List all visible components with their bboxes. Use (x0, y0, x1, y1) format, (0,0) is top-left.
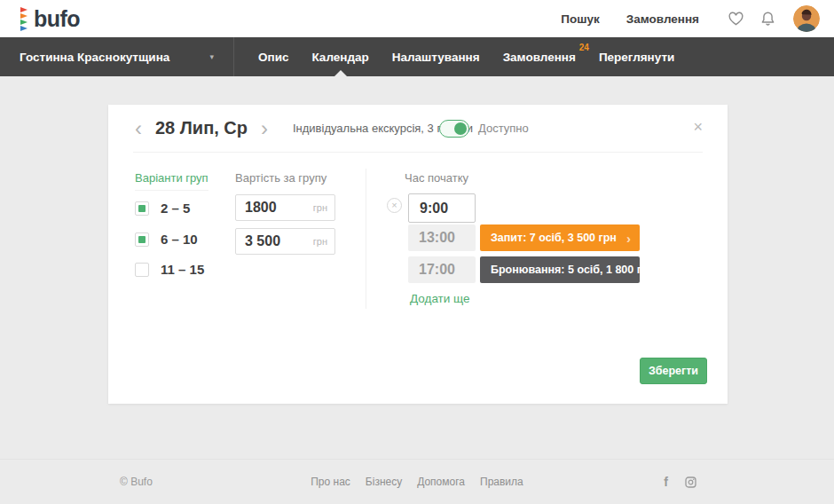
footer: © Bufo Про нас Бізнесу Допомога Правила … (0, 459, 834, 504)
search-link[interactable]: Пошук (561, 12, 599, 26)
prev-day-button[interactable]: ‹ (133, 118, 144, 139)
group-option-label: 2 – 5 (161, 201, 190, 216)
tab-preview[interactable]: Переглянути (587, 37, 686, 76)
tab-label: Замовлення (503, 51, 576, 64)
day-editor-card: ‹ 28 Лип, Ср › Індивідуальна екскурсія, … (108, 105, 728, 404)
orders-link[interactable]: Замовлення (626, 12, 699, 26)
date-title: 28 Лип, Ср (155, 118, 248, 138)
times-column-header: Час початку (405, 171, 468, 185)
start-time-input[interactable] (408, 193, 476, 223)
facebook-icon[interactable]: f (664, 475, 668, 489)
availability-group: Доступно (439, 105, 529, 152)
group-option-11-15[interactable]: 11 – 15 (135, 262, 204, 277)
tab-calendar[interactable]: Календар (300, 37, 380, 76)
footer-link-help[interactable]: Допомога (417, 476, 465, 488)
tab-description[interactable]: Опис (247, 37, 300, 76)
tab-label: Опис (258, 51, 288, 64)
price-input-2[interactable] (235, 228, 335, 255)
group-option-2-5[interactable]: 2 – 5 (135, 201, 190, 216)
booking-badge[interactable]: Бронювання: 5 осіб, 1 800 грн › (480, 256, 640, 283)
checkbox-icon[interactable] (135, 263, 149, 277)
bufo-logo[interactable]: bufo (20, 6, 80, 31)
price-field-2: грн (235, 228, 335, 255)
social-icons: f (664, 475, 696, 489)
tab-orders[interactable]: Замовлення 24 (492, 37, 587, 76)
tab-label: Календар (311, 51, 368, 64)
group-option-label: 6 – 10 (161, 232, 198, 247)
listing-navbar: Гостинна Краснокутщина ▾ Опис Календар Н… (0, 37, 834, 76)
card-header: ‹ 28 Лип, Ср › Індивідуальна екскурсія, … (133, 105, 703, 153)
listing-title: Гостинна Краснокутщина (20, 51, 169, 64)
groups-column-header: Варіанти груп (135, 171, 208, 191)
favorites-heart-icon[interactable] (726, 9, 745, 28)
group-option-label: 11 – 15 (161, 262, 204, 277)
save-button[interactable]: Зберегти (640, 358, 707, 384)
time-field-active (408, 193, 476, 223)
footer-link-business[interactable]: Бізнесу (366, 476, 402, 488)
column-divider (366, 169, 366, 309)
close-icon[interactable]: × (693, 119, 703, 135)
toggle-knob (454, 122, 467, 135)
footer-links: Про нас Бізнесу Допомога Правила (311, 476, 523, 488)
next-day-button[interactable]: › (259, 118, 270, 139)
checkbox-icon[interactable] (135, 201, 149, 216)
nav-tabs: Опис Календар Налаштування Замовлення 24… (234, 37, 686, 76)
checkbox-icon[interactable] (135, 232, 149, 247)
request-badge[interactable]: Запит: 7 осіб, 3 500 грн › (480, 224, 640, 251)
availability-toggle[interactable] (439, 120, 469, 138)
price-input-1[interactable] (235, 194, 335, 221)
copyright: © Bufo (120, 476, 153, 488)
time-slot-17: 17:00 (408, 256, 476, 283)
group-option-6-10[interactable]: 6 – 10 (135, 232, 198, 247)
prices-column-header: Вартість за групу (235, 171, 327, 185)
price-field-1: грн (235, 194, 335, 221)
listing-dropdown[interactable]: Гостинна Краснокутщина ▾ (0, 37, 234, 76)
tab-label: Налаштування (392, 51, 480, 64)
chevron-right-icon: › (626, 231, 631, 246)
bufo-logo-icon (20, 6, 31, 31)
booking-badge-label: Бронювання: 5 осіб, 1 800 грн (491, 264, 655, 276)
instagram-icon[interactable] (685, 476, 696, 488)
logo-text: bufo (34, 8, 80, 30)
tab-label: Переглянути (599, 51, 674, 64)
user-avatar[interactable] (793, 5, 820, 32)
remove-time-icon[interactable]: × (387, 198, 402, 213)
top-header: bufo Пошук Замовлення (0, 0, 834, 37)
tab-settings[interactable]: Налаштування (381, 37, 492, 76)
footer-link-rules[interactable]: Правила (480, 476, 523, 488)
add-more-link[interactable]: Додати ще (410, 292, 470, 305)
topbar-right: Пошук Замовлення (561, 5, 820, 32)
chevron-right-icon: › (655, 263, 659, 278)
chevron-down-icon: ▾ (209, 52, 214, 61)
availability-label: Доступно (478, 122, 529, 135)
footer-link-about[interactable]: Про нас (311, 476, 350, 488)
request-badge-label: Запит: 7 осіб, 3 500 грн (491, 232, 626, 244)
notifications-bell-icon[interactable] (758, 9, 777, 28)
time-slot-13: 13:00 (408, 224, 476, 251)
